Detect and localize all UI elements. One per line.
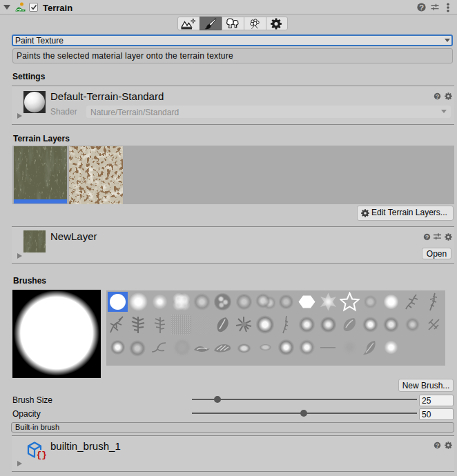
svg-text:{}: {} xyxy=(37,450,47,460)
